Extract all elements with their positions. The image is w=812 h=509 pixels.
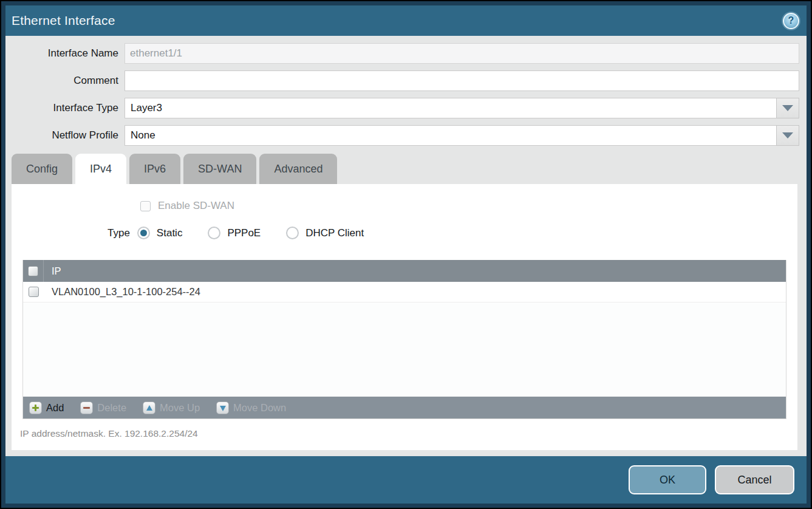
type-row: Type Static PPPoE DHCP Client [12,227,797,239]
ipv4-panel: Enable SD-WAN Type Static PPPoE DHCP C [12,184,797,450]
radio-unselected-icon [208,227,220,239]
enable-sdwan-label: Enable SD-WAN [158,200,234,212]
radio-dhcp-client-label: DHCP Client [305,227,364,239]
tab-sd-wan[interactable]: SD-WAN [183,154,256,184]
radio-static-label: Static [157,227,183,239]
table-empty-area [23,302,786,397]
chevron-down-icon[interactable] [776,98,799,118]
comment-input[interactable] [125,70,799,91]
cancel-button[interactable]: Cancel [715,465,794,494]
row-checkbox[interactable] [29,287,39,297]
dropdown-triangle-icon [782,105,793,111]
move-up-button-label: Move Up [160,402,200,414]
move-up-button: Move Up [143,401,200,414]
type-label: Type [107,227,130,239]
select-all-cell [23,260,44,282]
ip-table-header: IP [23,260,786,282]
netflow-profile-dropdown[interactable]: None [125,125,799,146]
dialog-titlebar: Ethernet Interface ? [5,5,807,36]
ip-table: IP VLAN0100_L3_10-1-100-254--24 Add [22,260,786,419]
table-toolbar: Add Delete Move Up Move Down [23,397,786,418]
row-checkbox-cell [23,282,44,302]
radio-dhcp-client[interactable]: DHCP Client [286,227,364,239]
help-icon[interactable]: ? [783,13,799,29]
tab-ipv4[interactable]: IPv4 [75,154,126,184]
interface-type-row: Interface Type Layer3 [5,98,799,118]
netflow-profile-row: Netflow Profile None [5,125,799,146]
radio-dot [140,230,147,236]
enable-sdwan-row: Enable SD-WAN [12,184,797,212]
radio-static[interactable]: Static [137,227,183,239]
move-down-button: Move Down [216,401,286,414]
ip-format-hint: IP address/netmask. Ex. 192.168.2.254/24 [20,428,797,439]
ip-column-header: IP [52,265,61,277]
chevron-down-icon[interactable] [776,125,799,146]
arrow-down-icon [216,401,229,414]
tab-ipv6[interactable]: IPv6 [129,154,180,184]
radio-pppoe[interactable]: PPPoE [208,227,261,239]
comment-row: Comment [5,70,799,91]
delete-button: Delete [80,401,126,414]
dialog-content: Interface Name Comment Interface Type La… [5,36,807,456]
interface-name-input [125,43,799,64]
tab-advanced[interactable]: Advanced [259,154,337,184]
netflow-profile-value: None [125,125,776,146]
ip-row-value: VLAN0100_L3_10-1-100-254--24 [52,286,200,298]
arrow-up-icon [143,401,155,414]
table-row[interactable]: VLAN0100_L3_10-1-100-254--24 [23,282,786,302]
add-button[interactable]: Add [29,401,64,414]
interface-name-label: Interface Name [5,47,125,60]
dialog-footer: OK Cancel [5,456,807,504]
interface-name-row: Interface Name [5,43,799,64]
interface-type-value: Layer3 [125,98,776,118]
interface-type-dropdown[interactable]: Layer3 [125,98,799,118]
move-down-button-label: Move Down [233,402,286,414]
type-radio-group: Static PPPoE DHCP Client [137,227,364,239]
netflow-profile-label: Netflow Profile [5,129,125,142]
interface-type-label: Interface Type [5,102,125,114]
radio-selected-icon [137,227,150,239]
select-all-checkbox[interactable] [28,266,38,276]
dialog-title: Ethernet Interface [12,13,115,28]
minus-icon [80,401,93,414]
tab-bar: Config IPv4 IPv6 SD-WAN Advanced [12,154,807,184]
delete-button-label: Delete [97,402,126,414]
ok-button[interactable]: OK [629,465,706,494]
radio-unselected-icon [286,227,299,239]
plus-icon [29,401,42,414]
enable-sdwan-checkbox [140,201,151,211]
radio-pppoe-label: PPPoE [227,227,261,239]
dropdown-triangle-icon [782,132,793,138]
add-button-label: Add [46,402,64,414]
ethernet-interface-dialog: Ethernet Interface ? Interface Name Comm… [0,0,812,509]
comment-label: Comment [5,75,125,87]
tab-config[interactable]: Config [12,154,72,184]
